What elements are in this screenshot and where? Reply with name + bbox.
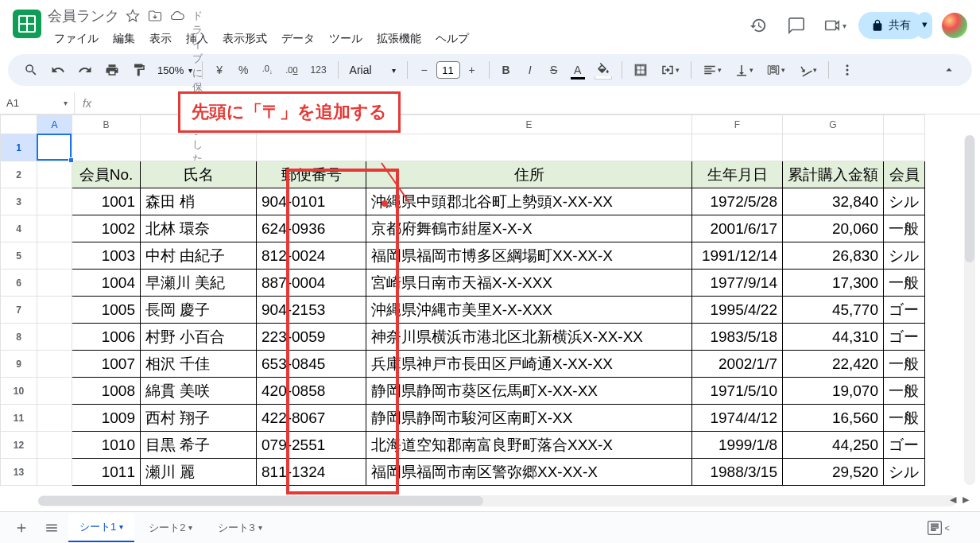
cell[interactable]: 静岡県静岡市駿河区南町X-XX bbox=[366, 405, 692, 432]
percent-button[interactable]: % bbox=[233, 59, 254, 81]
cell[interactable]: 2002/1/7 bbox=[692, 351, 783, 378]
bold-button[interactable]: B bbox=[496, 59, 517, 81]
paint-format-icon[interactable] bbox=[127, 59, 151, 81]
all-sheets-button[interactable] bbox=[38, 516, 65, 540]
cell[interactable]: 福岡県福岡市南区警弥郷XX-XX-X bbox=[366, 459, 692, 486]
cell[interactable] bbox=[884, 134, 925, 161]
cell[interactable] bbox=[692, 134, 783, 161]
collapse-toolbar-icon[interactable] bbox=[937, 59, 961, 81]
cell[interactable]: 19,070 bbox=[783, 378, 884, 405]
cell[interactable]: 624-0936 bbox=[257, 215, 366, 242]
cell[interactable]: 京都府舞鶴市紺屋X-X-X bbox=[366, 215, 692, 242]
cell[interactable]: ゴー bbox=[884, 432, 925, 459]
cell[interactable]: 沖縄県中頭郡北谷町上勢頭X-XX-XX bbox=[366, 188, 692, 215]
cell[interactable]: 兵庫県神戸市長田区戸崎通X-XX-XX bbox=[366, 351, 692, 378]
cell[interactable]: 811-1324 bbox=[257, 459, 366, 486]
sheet-tab-2[interactable]: シート2▾ bbox=[138, 514, 203, 541]
cell[interactable]: 1005 bbox=[72, 297, 141, 324]
horizontal-scrollbar[interactable] bbox=[38, 495, 956, 506]
cell[interactable]: 北海道空知郡南富良野町落合XXX-X bbox=[366, 432, 692, 459]
fill-handle[interactable] bbox=[68, 157, 74, 163]
v-align-button[interactable]: ▾ bbox=[730, 59, 758, 81]
cell[interactable] bbox=[37, 405, 72, 432]
cell[interactable]: 45,770 bbox=[783, 297, 884, 324]
table-header-cell[interactable]: 郵便番号 bbox=[257, 161, 366, 188]
undo-icon[interactable] bbox=[46, 59, 70, 81]
cell[interactable] bbox=[37, 351, 72, 378]
col-header-F[interactable]: F bbox=[692, 115, 783, 134]
history-icon[interactable] bbox=[744, 11, 773, 40]
cell[interactable] bbox=[37, 432, 72, 459]
cell[interactable]: 村野 小百合 bbox=[141, 324, 257, 351]
table-header-cell[interactable]: 会員 bbox=[884, 161, 925, 188]
cell[interactable]: 1991/12/14 bbox=[692, 242, 783, 270]
cell[interactable]: 一般 bbox=[884, 351, 925, 378]
user-avatar[interactable] bbox=[942, 13, 967, 38]
col-header-G[interactable]: G bbox=[783, 115, 884, 134]
strikethrough-button[interactable]: S bbox=[544, 59, 564, 81]
cell[interactable] bbox=[72, 134, 141, 161]
cell[interactable]: 森田 梢 bbox=[141, 188, 257, 215]
cell[interactable]: 神奈川県横浜市港北区北新横浜X-XX-XX bbox=[366, 324, 692, 351]
wrap-button[interactable]: ▾ bbox=[761, 59, 790, 81]
row-header[interactable]: 8 bbox=[1, 324, 37, 351]
cell[interactable]: 812-0024 bbox=[257, 242, 366, 270]
cell[interactable]: 北林 環奈 bbox=[141, 215, 257, 242]
cell[interactable]: 44,310 bbox=[783, 324, 884, 351]
sheet-tab-3[interactable]: シート3▾ bbox=[207, 514, 273, 541]
cell[interactable]: 目黒 希子 bbox=[141, 432, 257, 459]
cell[interactable]: 2001/6/17 bbox=[692, 215, 783, 242]
star-icon[interactable] bbox=[126, 9, 140, 23]
borders-button[interactable] bbox=[629, 59, 653, 81]
cell[interactable] bbox=[141, 134, 257, 161]
zoom-select[interactable]: 150%▾ bbox=[154, 64, 196, 76]
row-header[interactable]: 1 bbox=[1, 134, 37, 161]
cell[interactable]: 1972/5/28 bbox=[692, 188, 783, 215]
cell[interactable]: 1006 bbox=[72, 324, 141, 351]
cell[interactable]: 長岡 慶子 bbox=[141, 297, 257, 324]
meet-icon[interactable]: ▾ bbox=[820, 11, 849, 40]
share-button[interactable]: 共有 bbox=[858, 12, 924, 39]
cell[interactable]: 20,060 bbox=[783, 215, 884, 242]
cell[interactable]: 1977/9/14 bbox=[692, 270, 783, 297]
add-sheet-button[interactable] bbox=[8, 516, 35, 540]
increase-font-button[interactable]: + bbox=[462, 59, 482, 81]
cell[interactable]: 904-2153 bbox=[257, 297, 366, 324]
cell[interactable]: シル bbox=[884, 459, 925, 486]
cell[interactable]: 1009 bbox=[72, 405, 141, 432]
cell[interactable]: 一般 bbox=[884, 270, 925, 297]
cell[interactable] bbox=[37, 242, 72, 270]
cell[interactable]: 1995/4/22 bbox=[692, 297, 783, 324]
menu-tools[interactable]: ツール bbox=[323, 29, 369, 49]
cell[interactable]: 1008 bbox=[72, 378, 141, 405]
row-header[interactable]: 2 bbox=[1, 161, 37, 188]
cell[interactable]: 1983/5/18 bbox=[692, 324, 783, 351]
more-toolbar-icon[interactable] bbox=[835, 59, 859, 81]
italic-button[interactable]: I bbox=[520, 59, 540, 81]
row-header[interactable]: 4 bbox=[1, 215, 37, 242]
cell[interactable]: 1011 bbox=[72, 459, 141, 486]
cell[interactable]: 16,560 bbox=[783, 405, 884, 432]
cell[interactable] bbox=[783, 134, 884, 161]
h-align-button[interactable]: ▾ bbox=[698, 59, 726, 81]
text-color-button[interactable]: A bbox=[567, 59, 588, 81]
rotate-text-button[interactable]: ▾ bbox=[793, 59, 822, 81]
scroll-left-icon[interactable]: ◀ bbox=[950, 495, 956, 505]
cell[interactable]: 西村 翔子 bbox=[141, 405, 257, 432]
cell[interactable] bbox=[37, 378, 72, 405]
cell[interactable]: 1974/4/12 bbox=[692, 405, 783, 432]
sheet-tab-1[interactable]: シート1▾ bbox=[68, 514, 134, 542]
cell[interactable]: 22,420 bbox=[783, 351, 884, 378]
select-all-corner[interactable] bbox=[1, 115, 37, 134]
table-header-cell[interactable]: 生年月日 bbox=[692, 161, 783, 188]
comment-icon[interactable] bbox=[782, 11, 811, 40]
cell[interactable]: 綿貫 美咲 bbox=[141, 378, 257, 405]
cell[interactable]: 32,840 bbox=[783, 188, 884, 215]
cell[interactable] bbox=[37, 161, 72, 188]
cell[interactable]: 079-2551 bbox=[257, 432, 366, 459]
cell[interactable]: 早瀬川 美紀 bbox=[141, 270, 257, 297]
cell[interactable]: 29,520 bbox=[783, 459, 884, 486]
menu-view[interactable]: 表示 bbox=[143, 29, 178, 49]
col-header-E[interactable]: E bbox=[366, 115, 692, 134]
cell[interactable]: 相沢 千佳 bbox=[141, 351, 257, 378]
